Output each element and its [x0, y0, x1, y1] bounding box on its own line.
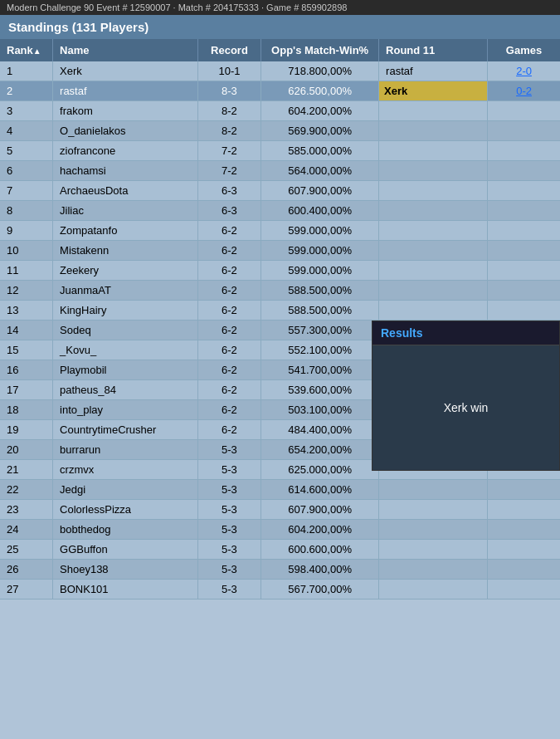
cell-record: 6-2 [197, 281, 261, 301]
cell-games [488, 560, 560, 580]
cell-record: 6-2 [197, 241, 261, 261]
cell-games [488, 500, 560, 520]
cell-opp: 607.900,00% [261, 500, 379, 520]
cell-rank: 12 [0, 281, 53, 301]
cell-rank: 14 [0, 321, 53, 340]
cell-opp: 567.700,00% [261, 580, 379, 600]
cell-name: hachamsi [53, 161, 198, 181]
cell-rank: 9 [0, 221, 53, 241]
cell-round [379, 181, 488, 201]
standings-table: Rank▲ Name Record Opp's Match-Win% Round… [0, 39, 560, 600]
cell-record: 7-2 [197, 161, 261, 181]
cell-games [488, 261, 560, 281]
cell-opp: 600.600,00% [261, 540, 379, 560]
col-name: Name [53, 39, 198, 61]
table-row: 12JuanmaAT6-2588.500,00% [0, 281, 560, 301]
top-bar-text: Modern Challenge 90 Event # 12590007 · M… [7, 2, 347, 12]
cell-record: 6-3 [197, 181, 261, 201]
cell-round [379, 101, 488, 121]
cell-round [379, 540, 488, 560]
cell-record: 6-2 [197, 321, 261, 340]
table-row: 9Zompatanfo6-2599.000,00% [0, 221, 560, 241]
cell-record: 6-2 [197, 360, 261, 380]
cell-opp: 625.000,00% [261, 460, 379, 480]
cell-opp: 654.200,00% [261, 440, 379, 460]
col-round: Round 11 [379, 39, 488, 61]
cell-record: 6-2 [197, 340, 261, 360]
cell-name: KingHairy [53, 301, 198, 321]
cell-name: _Kovu_ [53, 340, 198, 360]
cell-name: Jedgi [53, 480, 198, 500]
cell-name: GGBuffon [53, 540, 198, 560]
cell-name: patheus_84 [53, 380, 198, 400]
cell-opp: 614.600,00% [261, 480, 379, 500]
cell-opp: 600.400,00% [261, 201, 379, 221]
cell-games [488, 281, 560, 301]
cell-name: BONK101 [53, 580, 198, 600]
cell-games [488, 101, 560, 121]
cell-opp: 599.000,00% [261, 261, 379, 281]
cell-record: 6-2 [197, 420, 261, 440]
cell-record: 6-2 [197, 380, 261, 400]
cell-opp: 557.300,00% [261, 321, 379, 340]
cell-round [379, 520, 488, 540]
cell-rank: 18 [0, 400, 53, 420]
cell-name: O_danielakos [53, 121, 198, 141]
cell-rank: 13 [0, 301, 53, 321]
cell-opp: 604.200,00% [261, 520, 379, 540]
col-record: Record [197, 39, 261, 61]
cell-round [379, 221, 488, 241]
cell-round [379, 480, 488, 500]
cell-games[interactable]: 0-2 [488, 81, 560, 101]
cell-opp: 598.400,00% [261, 560, 379, 580]
cell-record: 7-2 [197, 141, 261, 161]
cell-record: 8-3 [197, 81, 261, 101]
cell-name: crzmvx [53, 460, 198, 480]
cell-games [488, 161, 560, 181]
cell-rank: 15 [0, 340, 53, 360]
cell-name: burrarun [53, 440, 198, 460]
cell-round [379, 261, 488, 281]
cell-rank: 5 [0, 141, 53, 161]
cell-opp: 552.100,00% [261, 340, 379, 360]
cell-opp: 599.000,00% [261, 221, 379, 241]
cell-round [379, 281, 488, 301]
cell-rank: 7 [0, 181, 53, 201]
cell-games [488, 221, 560, 241]
table-row: 2rastaf8-3626.500,00%Xerk0-2 [0, 81, 560, 101]
table-row: 8Jiliac6-3600.400,00% [0, 201, 560, 221]
results-text: Xerk win [444, 401, 489, 414]
cell-record: 5-3 [197, 480, 261, 500]
table-row: 27BONK1015-3567.700,00% [0, 580, 560, 600]
cell-record: 6-2 [197, 400, 261, 420]
table-row: 23ColorlessPizza5-3607.900,00% [0, 500, 560, 520]
cell-rank: 16 [0, 360, 53, 380]
cell-record: 5-3 [197, 500, 261, 520]
cell-games [488, 241, 560, 261]
table-row: 10Mistakenn6-2599.000,00% [0, 241, 560, 261]
cell-opp: 541.700,00% [261, 360, 379, 380]
cell-rank: 1 [0, 61, 53, 81]
table-row: 5ziofrancone7-2585.000,00% [0, 141, 560, 161]
cell-rank: 27 [0, 580, 53, 600]
cell-rank: 22 [0, 480, 53, 500]
cell-name: bobthedog [53, 520, 198, 540]
cell-opp: 503.100,00% [261, 400, 379, 420]
cell-name: ArchaeusDota [53, 181, 198, 201]
table-row: 4O_danielakos8-2569.900,00% [0, 121, 560, 141]
cell-round [379, 161, 488, 181]
cell-rank: 24 [0, 520, 53, 540]
cell-record: 6-3 [197, 201, 261, 221]
cell-record: 6-2 [197, 221, 261, 241]
table-row: 7ArchaeusDota6-3607.900,00% [0, 181, 560, 201]
cell-name: CountrytimeCrusher [53, 420, 198, 440]
table-row: 3frakom8-2604.200,00% [0, 101, 560, 121]
games-link[interactable]: 0-2 [516, 85, 532, 97]
col-games: Games [488, 39, 560, 61]
cell-games[interactable]: 2-0 [488, 61, 560, 81]
cell-rank: 2 [0, 81, 53, 101]
cell-round [379, 500, 488, 520]
col-rank[interactable]: Rank▲ [0, 39, 53, 61]
games-link[interactable]: 2-0 [516, 65, 532, 77]
cell-name: ColorlessPizza [53, 500, 198, 520]
